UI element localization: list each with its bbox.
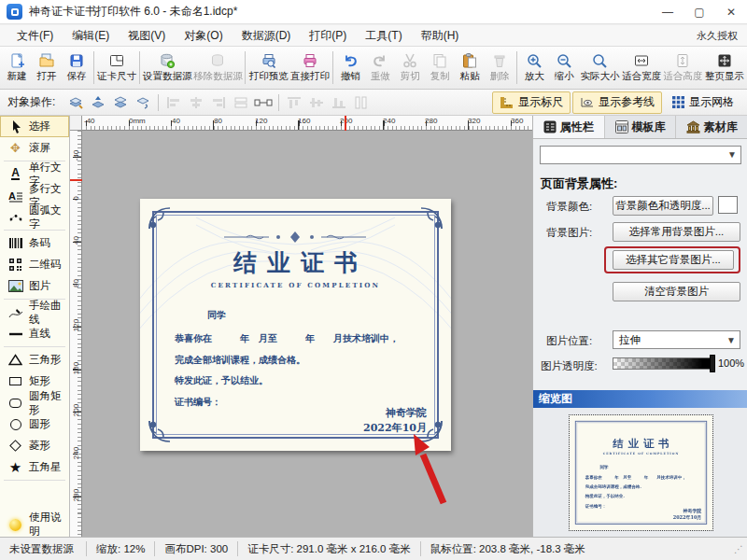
pen-curve-icon <box>7 304 23 320</box>
image-opacity-label: 图片透明度: <box>541 359 598 373</box>
thumbnail-certificate: 结业证书 CERTIFICATE OF COMPLETION 同学 恭喜你在 年… <box>570 415 712 530</box>
direct-print-icon <box>302 52 318 69</box>
save-floppy-icon <box>68 52 85 69</box>
show-guides-toggle[interactable]: 显示参考线 <box>572 91 662 114</box>
bg-color-swatch[interactable] <box>718 196 738 214</box>
tool-triangle[interactable]: 三角形 <box>0 349 69 371</box>
tab-material-library[interactable]: 素材库 <box>676 116 747 138</box>
move-layer-up-icon[interactable] <box>87 92 109 113</box>
direct-print-button[interactable]: 直接打印 <box>289 49 331 88</box>
tab-properties[interactable]: 属性栏 <box>533 116 605 138</box>
certificate-body-line: 特发此证，予以结业。 <box>175 374 268 387</box>
qrcode-icon <box>7 257 23 273</box>
menu-print[interactable]: 打印(P) <box>300 25 356 47</box>
align-bottom-icon <box>328 92 350 113</box>
menu-file[interactable]: 文件(F) <box>7 25 63 47</box>
align-center-icon <box>185 92 207 113</box>
certificate-salutation: 同学 <box>207 309 226 322</box>
ruler-corner <box>70 116 82 131</box>
menu-edit[interactable]: 编辑(E) <box>63 25 119 47</box>
minimize-icon[interactable]: — <box>652 0 684 23</box>
menu-help[interactable]: 帮助(H) <box>412 25 469 47</box>
opacity-slider-handle[interactable] <box>710 355 715 372</box>
star-icon: ★ <box>7 459 23 475</box>
distribute-horizontal-icon[interactable] <box>252 92 275 113</box>
new-button[interactable]: 新建 <box>2 49 32 88</box>
show-grid-toggle[interactable]: 显示网格 <box>664 91 741 114</box>
move-layer-down-icon[interactable] <box>109 92 132 113</box>
zoom-in-icon <box>526 52 543 69</box>
menu-datasource[interactable]: 数据源(D) <box>233 25 301 47</box>
tool-freehand-curve[interactable]: 手绘曲线 <box>0 301 69 323</box>
paste-icon <box>461 52 478 69</box>
tool-line[interactable]: 直线 <box>0 323 69 344</box>
tool-arc-text[interactable]: 圆弧文字 <box>0 206 69 228</box>
menu-view[interactable]: 视图(V) <box>119 25 175 47</box>
undo-button[interactable]: 撤销 <box>335 49 365 88</box>
object-operations-label: 对象操作: <box>7 94 55 110</box>
show-ruler-toggle[interactable]: 显示标尺 <box>492 91 571 114</box>
card-size-button[interactable]: 证卡尺寸 <box>96 49 137 88</box>
cut-button: 剪切 <box>395 49 425 88</box>
redo-button: 重做 <box>365 49 395 88</box>
maximize-icon[interactable]: ▢ <box>684 0 715 23</box>
main-toolbar: 新建 打开 保存 证卡尺寸 设置数据源 移除数据源 打印预览 直接打印 撤销 重… <box>0 47 747 90</box>
toolbar-separator <box>93 51 94 84</box>
send-to-back-icon[interactable] <box>132 92 154 113</box>
print-preview-button[interactable]: 打印预览 <box>247 49 289 88</box>
tool-barcode[interactable]: 条码 <box>0 232 69 254</box>
tool-image[interactable]: 图片 <box>0 275 69 297</box>
tool-pan[interactable]: ✥ 滚屏 <box>0 137 69 159</box>
certificate-page[interactable]: 结业证书 CERTIFICATE OF COMPLETION 同学 恭喜你在 年… <box>140 199 451 451</box>
certificate-issuer: 神奇学院 <box>386 406 427 420</box>
image-icon <box>7 278 23 294</box>
redo-icon <box>372 52 388 69</box>
undo-icon <box>342 52 359 69</box>
paste-button[interactable]: 粘贴 <box>455 49 485 88</box>
grid-icon <box>671 95 685 109</box>
certificate-subtitle: CERTIFICATE OF COMPLETION <box>140 281 451 289</box>
corner-flourish <box>417 204 445 232</box>
whole-page-button[interactable]: 整页显示 <box>704 49 745 88</box>
open-folder-icon <box>38 52 55 69</box>
tool-diamond[interactable]: 菱形 <box>0 435 69 456</box>
align-left-icon <box>162 92 185 113</box>
corner-flourish <box>146 204 174 232</box>
rounded-rectangle-icon <box>7 395 23 411</box>
tool-star[interactable]: ★ 五角星 <box>0 456 69 478</box>
close-icon[interactable]: ✕ <box>715 0 747 23</box>
new-document-icon <box>8 52 25 69</box>
menu-object[interactable]: 对象(O) <box>175 25 232 47</box>
zoom-in-button[interactable]: 放大 <box>519 49 549 88</box>
tool-select[interactable]: 选择 <box>0 116 69 137</box>
choose-other-bg-button[interactable]: 选择其它背景图片... <box>613 250 734 270</box>
tool-circle[interactable]: 圆形 <box>0 413 69 435</box>
tool-rounded-rectangle[interactable]: 圆角矩形 <box>0 392 69 413</box>
tool-qrcode[interactable]: 二维码 <box>0 254 69 275</box>
tab-template-library[interactable]: 模板库 <box>605 116 677 138</box>
actual-size-button[interactable]: 实际大小 <box>579 49 620 88</box>
opacity-slider-track[interactable] <box>613 357 713 370</box>
zoom-out-button[interactable]: 缩小 <box>549 49 579 88</box>
help-button[interactable]: 使用说明 <box>0 512 69 537</box>
object-selector-dropdown[interactable]: ▼ <box>540 146 741 164</box>
pan-hand-icon: ✥ <box>7 140 23 156</box>
design-canvas[interactable]: 结业证书 CERTIFICATE OF COMPLETION 同学 恭喜你在 年… <box>82 131 532 537</box>
guides-eye-icon <box>580 95 595 109</box>
set-datasource-button[interactable]: 设置数据源 <box>142 49 192 88</box>
choose-common-bg-button[interactable]: 选择常用背景图片... <box>613 222 740 242</box>
save-button[interactable]: 保存 <box>62 49 92 88</box>
zoom-out-icon <box>556 52 572 69</box>
bg-color-button[interactable]: 背景颜色和透明度... <box>613 196 713 216</box>
bring-to-front-icon[interactable] <box>64 92 87 113</box>
fit-width-button[interactable]: 适合宽度 <box>621 49 662 88</box>
lightbulb-icon <box>7 517 23 533</box>
object-bar-separator <box>278 94 279 111</box>
menu-tools[interactable]: 工具(T) <box>356 25 411 47</box>
fit-height-button: 适合高度 <box>662 49 703 88</box>
clear-bg-button[interactable]: 清空背景图片 <box>613 282 740 301</box>
canvas-area: -40 0mm 40 80 120 160 200 240 280 320 36… <box>70 116 532 537</box>
open-button[interactable]: 打开 <box>32 49 62 88</box>
sidebar-divider <box>4 230 65 231</box>
image-position-select[interactable]: 拉伸 ▼ <box>613 330 740 349</box>
